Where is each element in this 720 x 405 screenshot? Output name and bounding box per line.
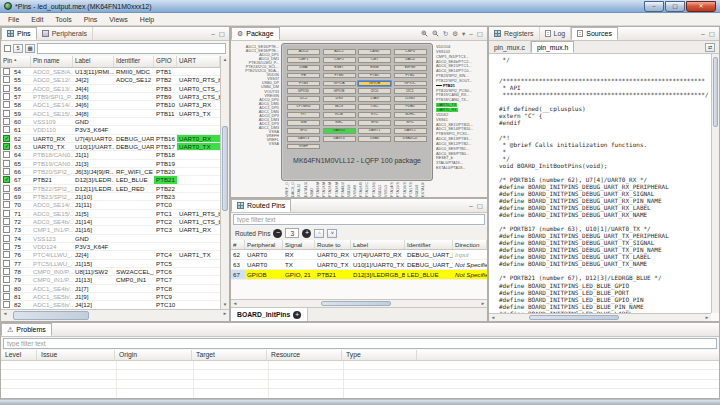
add-pin-button[interactable]: + bbox=[302, 229, 311, 238]
peripheral-block-i2c0[interactable]: I2C0 bbox=[358, 88, 391, 94]
package-settings-icon[interactable]: ⚙ bbox=[452, 30, 458, 38]
peripheral-block-gpioe[interactable]: GPIOE bbox=[323, 88, 356, 94]
pins-horizontal-scrollbar[interactable]: ◄ ► bbox=[1, 309, 229, 321]
peripheral-block-sim[interactable]: SIM bbox=[287, 120, 320, 126]
menu-pins[interactable]: Pins bbox=[78, 16, 104, 23]
peripheral-block-ftm2[interactable]: FTM2 bbox=[394, 73, 427, 79]
menu-tools[interactable]: Tools bbox=[49, 16, 77, 23]
peripheral-block-vref[interactable]: VREF bbox=[287, 144, 320, 150]
table-row-pin-58[interactable]: 58ADC1_SE14/...J4[6]PTB10UART3_RX bbox=[1, 101, 220, 109]
peripheral-block-adc1[interactable]: ADC1 bbox=[323, 49, 356, 55]
column-header-route-to[interactable]: Route to bbox=[315, 240, 351, 249]
table-row-pin-56[interactable]: 56ADC0_SE13/...J4[4]PTB3UART0_CTS_... bbox=[1, 85, 220, 93]
routed-row-pin-62[interactable]: 62UART0RXUART0_RXU7[4]/UART0_RXDEBUG_UAR… bbox=[231, 250, 487, 260]
table-row-pin-72[interactable]: 72ADC0_SE4b/...J1[14]PTC2UART1_CTS_b bbox=[1, 218, 220, 226]
tab-problems[interactable]: ⚠ Problems bbox=[1, 323, 52, 336]
peripheral-block-uart4[interactable]: UART4 bbox=[323, 136, 356, 142]
pin-checkbox[interactable] bbox=[3, 260, 10, 267]
column-header-level[interactable]: Level bbox=[1, 350, 37, 360]
sources-vertical-scrollbar[interactable] bbox=[711, 54, 719, 313]
table-row-pin-67[interactable]: 67PTB21D12[3]/LEDR...LED_BLUEPTB21 bbox=[1, 176, 220, 184]
peripheral-block-cmt[interactable]: CMT bbox=[358, 57, 391, 63]
remove-pin-button[interactable]: − bbox=[273, 229, 282, 238]
peripheral-block-ftm0[interactable]: FTM0 bbox=[323, 73, 356, 79]
peripheral-block-osc[interactable]: OSC bbox=[358, 104, 391, 110]
column-header-identifier[interactable]: Identifier bbox=[405, 240, 453, 249]
file-tab-pin-mux-h[interactable]: pin_mux.h bbox=[531, 41, 574, 53]
routed-row-pin-63[interactable]: 63UART0TXUART0_TXU10[1]/UART0_TXDEBUG_UA… bbox=[231, 260, 487, 270]
peripheral-block-mcg[interactable]: MCG bbox=[323, 104, 356, 110]
close-button[interactable]: ✕ bbox=[686, 1, 716, 12]
pin-checkbox[interactable] bbox=[3, 193, 10, 200]
scroll-up-icon[interactable]: ▲ bbox=[221, 56, 229, 64]
peripheral-block-cmp1[interactable]: CMP1 bbox=[287, 57, 320, 63]
peripheral-block-ftm1[interactable]: FTM1 bbox=[358, 73, 391, 79]
pin-checkbox[interactable] bbox=[3, 201, 10, 208]
scroll-left-icon[interactable]: ◄ bbox=[1, 310, 9, 318]
peripheral-block-uart1[interactable]: UART1 bbox=[358, 128, 391, 134]
collapse-up-button[interactable]: ˄ bbox=[314, 229, 324, 238]
column-header-peripheral[interactable]: Peripheral bbox=[245, 240, 283, 249]
column-header-gpio[interactable]: GPIO bbox=[154, 56, 177, 67]
pin-checkbox[interactable] bbox=[3, 226, 10, 233]
peripheral-block-spi1[interactable]: SPI1 bbox=[394, 120, 427, 126]
table-row-pin-76[interactable]: 76PTC4/LLWU_...J2[4]PTC4UART1_TX bbox=[1, 251, 220, 259]
pin-checkbox[interactable] bbox=[3, 110, 10, 117]
peripheral-block-llwu[interactable]: LLWU bbox=[394, 96, 427, 102]
peripheral-block-uart0[interactable]: UART0 bbox=[323, 128, 356, 134]
peripheral-block-rcm[interactable]: RCM bbox=[323, 112, 356, 118]
table-row-pin-62[interactable]: 62UART0_RXU7[4]/UART0...DEBUG_UAR...PTB1… bbox=[1, 135, 220, 143]
minimize-view-icon[interactable]: – bbox=[469, 30, 473, 37]
problems-filter-input[interactable] bbox=[3, 338, 717, 349]
peripheral-block-i2c2[interactable]: I2C2 bbox=[287, 96, 320, 102]
pins-vertical-scrollbar[interactable]: ▲ ▼ bbox=[220, 56, 229, 309]
tab-routed-pins[interactable]: Routed Pins bbox=[231, 199, 291, 212]
maximize-view-icon[interactable]: ▢ bbox=[477, 30, 483, 38]
columns-button[interactable]: ▦ bbox=[25, 44, 35, 53]
table-row-pin-55[interactable]: 55ADC0_SE12/...J4[2]ADC0_SE12PTB2UART0_R… bbox=[1, 76, 220, 84]
pin-checkbox[interactable] bbox=[3, 85, 10, 92]
file-tab-pin-mux-c[interactable]: pin_mux.c bbox=[489, 41, 531, 53]
zoom-out-icon[interactable] bbox=[432, 30, 439, 37]
table-row-pin-64[interactable]: 64PTB18/CAN0...J1[1]PTB18 bbox=[1, 151, 220, 159]
minimize-view-icon[interactable]: – bbox=[701, 30, 705, 37]
pin-checkbox[interactable] bbox=[3, 68, 10, 75]
pin-checkbox[interactable] bbox=[3, 118, 10, 125]
table-row-pin-79[interactable]: 79CMP0_IN1/P...J1[13]CMP0_IN1PTC7 bbox=[1, 276, 220, 284]
show-count-button[interactable]: 5 bbox=[13, 44, 23, 53]
link-with-editor-button[interactable]: ⇄ bbox=[705, 43, 715, 52]
column-header-label[interactable]: Label bbox=[73, 56, 114, 67]
table-row-pin-66[interactable]: 66PTB20/SPI2_...J6[3]/J4[9]/R...RF_WIFI_… bbox=[1, 168, 220, 176]
routed-horizontal-scrollbar[interactable]: ◄ ► bbox=[231, 299, 487, 307]
tab-sources[interactable]: Sources bbox=[571, 27, 618, 40]
column-header-number[interactable]: # bbox=[231, 240, 245, 249]
pin-checkbox[interactable] bbox=[3, 176, 10, 183]
table-row-pin-68[interactable]: 68PTB22/SPI2_...D12[1]/LEDR...LED_REDPTB… bbox=[1, 185, 220, 193]
scroll-right-icon[interactable]: ► bbox=[221, 310, 229, 318]
peripheral-block-gpioa[interactable]: GPIOA bbox=[323, 81, 356, 87]
refresh-icon[interactable]: ↻ bbox=[443, 30, 448, 38]
column-header-identifier[interactable]: Identifier bbox=[114, 56, 154, 67]
select-all-checkbox[interactable] bbox=[4, 45, 11, 52]
peripheral-block-can0[interactable]: CAN0 bbox=[358, 49, 391, 55]
peripheral-block-pdb0[interactable]: PDB0 bbox=[394, 104, 427, 110]
table-row-pin-65[interactable]: 65PTB19/CAN0...J1[3]PTB19 bbox=[1, 160, 220, 168]
table-row-pin-73[interactable]: 73CMP1_IN1/P...J1[16]PTC3UART1_RX bbox=[1, 226, 220, 234]
tab-peripherals[interactable]: Peripherals bbox=[37, 27, 93, 40]
pin-checkbox[interactable] bbox=[3, 243, 10, 250]
peripheral-block-uart2[interactable]: UART2 bbox=[394, 128, 427, 134]
peripheral-block-i2c1[interactable]: I2C1 bbox=[394, 88, 427, 94]
column-header-signal[interactable]: Signal bbox=[283, 240, 315, 249]
peripheral-block-enet[interactable]: ENET bbox=[323, 65, 356, 71]
pin-checkbox[interactable] bbox=[3, 101, 10, 108]
table-row-pin-63[interactable]: 63UART0_TXU10[1]/UART...DEBUG_UAR...PTB1… bbox=[1, 143, 220, 151]
menu-help[interactable]: Help bbox=[134, 16, 160, 23]
menu-file[interactable]: File bbox=[2, 16, 25, 23]
peripheral-block-gpioc[interactable]: GPIOC bbox=[394, 81, 427, 87]
minimize-view-icon[interactable]: – bbox=[211, 30, 215, 37]
table-row-pin-59[interactable]: 59ADC1_SE15/...J4[8]PTB11UART3_TX bbox=[1, 110, 220, 118]
peripheral-block-spi2[interactable]: SPI2 bbox=[287, 128, 320, 134]
peripheral-block-adc0[interactable]: ADC0 bbox=[287, 49, 320, 55]
table-row-pin-80[interactable]: 80ADC1_SE4b/...J1[7]PTC8 bbox=[1, 285, 220, 293]
minimize-button[interactable]: – bbox=[644, 1, 664, 12]
